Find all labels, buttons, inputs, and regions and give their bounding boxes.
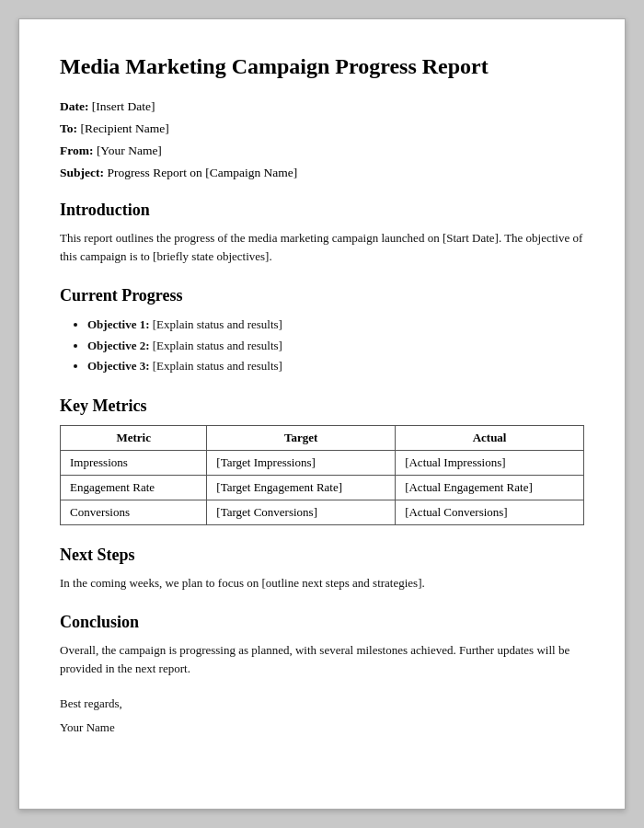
table-row: Impressions [Target Impressions] [Actual… (61, 450, 584, 475)
list-item: Objective 2: [Explain status and results… (87, 336, 584, 356)
obj3-label: Objective 3: (87, 359, 150, 373)
actual-impressions: [Actual Impressions] (396, 450, 584, 475)
to-value: [Recipient Name] (80, 121, 168, 135)
obj3-value: [Explain status and results] (153, 359, 282, 373)
meta-from: From: [Your Name] (60, 144, 584, 158)
to-label: To: (60, 121, 77, 135)
actual-conversions: [Actual Conversions] (396, 500, 584, 524)
obj2-value: [Explain status and results] (153, 339, 282, 352)
introduction-heading: Introduction (60, 201, 584, 220)
table-header-row: Metric Target Actual (61, 425, 584, 450)
subject-label: Subject: (60, 166, 104, 179)
from-value: [Your Name] (97, 144, 162, 157)
obj1-value: [Explain status and results] (153, 317, 282, 331)
from-label: From: (60, 144, 94, 157)
table-row: Engagement Rate [Target Engagement Rate]… (61, 475, 584, 500)
next-steps-heading: Next Steps (60, 546, 584, 565)
meta-subject: Subject: Progress Report on [Campaign Na… (60, 166, 584, 180)
metric-conversions: Conversions (61, 500, 207, 524)
objectives-list: Objective 1: [Explain status and results… (60, 315, 584, 375)
introduction-body: This report outlines the progress of the… (60, 229, 584, 266)
key-metrics-heading: Key Metrics (60, 397, 584, 416)
date-label: Date: (60, 99, 88, 113)
list-item: Objective 1: [Explain status and results… (87, 315, 584, 335)
conclusion-body: Overall, the campaign is progressing as … (60, 641, 584, 678)
col-header-metric: Metric (61, 425, 207, 450)
target-conversions: [Target Conversions] (207, 500, 396, 524)
conclusion-heading: Conclusion (60, 613, 584, 632)
report-title: Media Marketing Campaign Progress Report (60, 52, 584, 81)
metric-engagement: Engagement Rate (61, 475, 207, 500)
metric-impressions: Impressions (61, 450, 207, 475)
actual-engagement: [Actual Engagement Rate] (396, 475, 584, 500)
metrics-table: Metric Target Actual Impressions [Target… (60, 425, 584, 525)
meta-date: Date: [Insert Date] (60, 99, 584, 114)
obj2-label: Objective 2: (87, 339, 150, 352)
subject-value: Progress Report on [Campaign Name] (107, 166, 297, 179)
list-item: Objective 3: [Explain status and results… (87, 356, 584, 376)
current-progress-heading: Current Progress (60, 286, 584, 305)
target-impressions: [Target Impressions] (207, 450, 396, 475)
target-engagement: [Target Engagement Rate] (207, 475, 396, 500)
report-page: Media Marketing Campaign Progress Report… (18, 18, 626, 810)
col-header-target: Target (207, 425, 396, 450)
date-value: [Insert Date] (92, 99, 155, 113)
sign-off-regards: Best regards, (60, 695, 584, 713)
sign-off-name: Your Name (60, 719, 584, 737)
obj1-label: Objective 1: (87, 317, 150, 331)
col-header-actual: Actual (396, 425, 584, 450)
table-row: Conversions [Target Conversions] [Actual… (61, 500, 584, 524)
meta-to: To: [Recipient Name] (60, 121, 584, 136)
next-steps-body: In the coming weeks, we plan to focus on… (60, 574, 584, 592)
